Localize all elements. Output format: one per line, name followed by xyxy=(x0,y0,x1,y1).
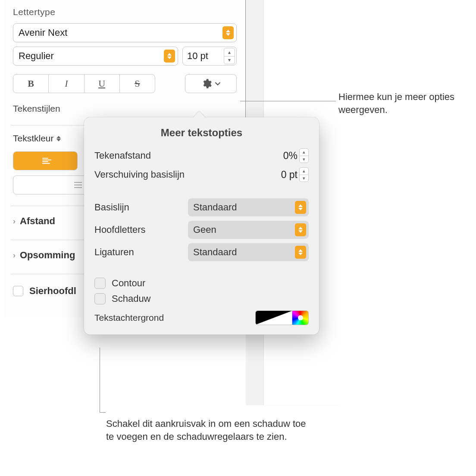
callout-more-options: Hiermee kun je meer opties weergeven. xyxy=(338,91,468,116)
stepper-arrows-icon[interactable]: ▴▾ xyxy=(224,48,235,64)
callout-leader-line xyxy=(240,101,336,101)
alignment-segmented xyxy=(13,151,78,170)
chevron-updown-icon xyxy=(295,246,306,259)
text-style-segmented: B I U S xyxy=(13,74,155,93)
shadow-row: Schaduw xyxy=(94,293,309,304)
chevron-updown-icon xyxy=(222,26,234,39)
font-style-select[interactable]: Regulier xyxy=(13,47,178,66)
chevron-right-icon: › xyxy=(13,251,16,260)
callout-leader-line xyxy=(100,348,100,412)
font-section-heading: Lettertype xyxy=(13,7,237,17)
baseline-row: Basislijn Standaard xyxy=(94,198,309,216)
callout-leader-line xyxy=(100,412,106,413)
bold-button[interactable]: B xyxy=(13,75,49,93)
shadow-checkbox[interactable] xyxy=(94,293,106,304)
chevron-updown-icon xyxy=(56,136,61,141)
underline-button[interactable]: U xyxy=(85,75,120,93)
popover-title: Meer tekstopties xyxy=(94,127,309,139)
baseline-label: Basislijn xyxy=(94,202,129,213)
font-size-stepper[interactable]: 10 pt ▴▾ xyxy=(182,47,237,66)
align-left-icon xyxy=(39,157,52,165)
baseline-select[interactable]: Standaard xyxy=(188,198,309,216)
ligatures-value: Standaard xyxy=(193,247,237,258)
caps-label: Hoofdletters xyxy=(94,224,146,235)
caps-select[interactable]: Geen xyxy=(188,221,309,239)
baseline-shift-field[interactable]: 0 pt ▴▾ xyxy=(275,167,309,182)
shadow-label: Schaduw xyxy=(112,293,151,304)
chevron-updown-icon xyxy=(295,201,306,214)
strikethrough-button[interactable]: S xyxy=(120,75,155,93)
list-indent-icon xyxy=(73,181,83,189)
text-background-controls xyxy=(255,310,309,325)
character-spacing-label: Tekenafstand xyxy=(94,150,151,161)
text-color-select[interactable]: Tekstkleur xyxy=(13,133,61,144)
caps-row: Hoofdletters Geen xyxy=(94,221,309,239)
font-family-value: Avenir Next xyxy=(19,27,67,38)
align-left-button[interactable] xyxy=(13,152,77,170)
stepper-arrows-icon[interactable]: ▴▾ xyxy=(299,167,309,182)
outline-checkbox[interactable] xyxy=(94,278,106,289)
character-spacing-row: Tekenafstand 0% ▴▾ xyxy=(94,148,309,163)
baseline-value: Standaard xyxy=(193,202,237,213)
color-picker-button[interactable] xyxy=(292,310,309,325)
font-size-value: 10 pt xyxy=(187,50,222,62)
spacing-label: Afstand xyxy=(20,216,55,227)
character-spacing-value: 0% xyxy=(275,150,298,162)
baseline-shift-value: 0 pt xyxy=(275,169,298,181)
gear-icon xyxy=(201,78,212,89)
baseline-shift-row: Verschuiving basislijn 0 pt ▴▾ xyxy=(94,167,309,182)
outline-row: Contour xyxy=(94,278,309,289)
callout-shadow-hint: Schakel dit aankruisvak in om een schadu… xyxy=(106,417,313,443)
baseline-shift-label: Verschuiving basislijn xyxy=(94,169,185,180)
text-background-label: Tekstachtergrond xyxy=(94,313,164,323)
drop-caps-checkbox[interactable] xyxy=(13,286,23,296)
italic-button[interactable]: I xyxy=(49,75,84,93)
drop-caps-label: Sierhoofdl xyxy=(29,285,76,297)
chevron-updown-icon xyxy=(295,223,306,236)
more-text-options-popover: Meer tekstopties Tekenafstand 0% ▴▾ Vers… xyxy=(84,117,319,335)
character-spacing-field[interactable]: 0% ▴▾ xyxy=(275,148,309,163)
stepper-arrows-icon[interactable]: ▴▾ xyxy=(299,148,309,163)
text-background-swatch[interactable] xyxy=(255,310,292,325)
outline-label: Contour xyxy=(112,278,145,289)
font-style-value: Regulier xyxy=(19,50,54,62)
chevron-right-icon: › xyxy=(13,217,16,226)
font-family-select[interactable]: Avenir Next xyxy=(13,23,237,42)
ligatures-row: Ligaturen Standaard xyxy=(94,243,309,261)
ligatures-label: Ligaturen xyxy=(94,247,134,258)
more-text-options-button[interactable] xyxy=(185,74,237,93)
chevron-down-icon xyxy=(215,81,221,87)
text-background-row: Tekstachtergrond xyxy=(94,310,309,325)
ligatures-select[interactable]: Standaard xyxy=(188,243,309,261)
chevron-updown-icon xyxy=(164,50,175,63)
caps-value: Geen xyxy=(193,224,216,235)
text-color-label: Tekstkleur xyxy=(13,133,54,144)
bullets-label: Opsomming xyxy=(20,250,75,261)
